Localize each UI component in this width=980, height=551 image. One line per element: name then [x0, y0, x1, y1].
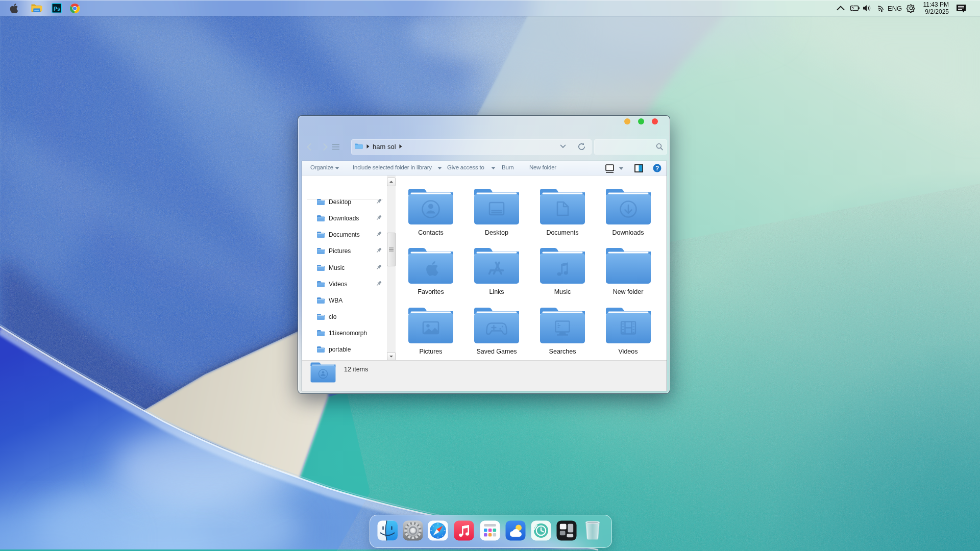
svg-text:?: ?	[655, 165, 659, 172]
svg-text:Ps: Ps	[54, 6, 60, 12]
